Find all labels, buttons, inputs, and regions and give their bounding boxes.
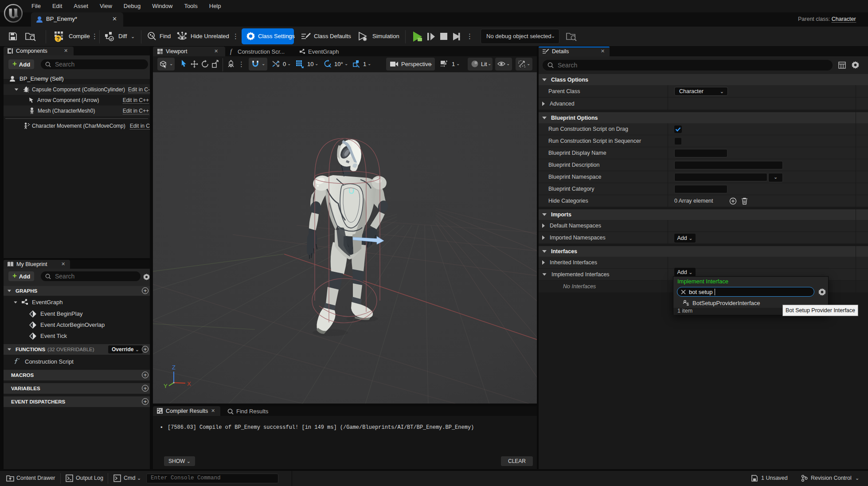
svg-text:?: ? [56, 36, 59, 42]
svg-text:X: X [187, 380, 191, 387]
svg-text:Y: Y [164, 383, 168, 389]
svg-text:Z: Z [172, 364, 176, 371]
